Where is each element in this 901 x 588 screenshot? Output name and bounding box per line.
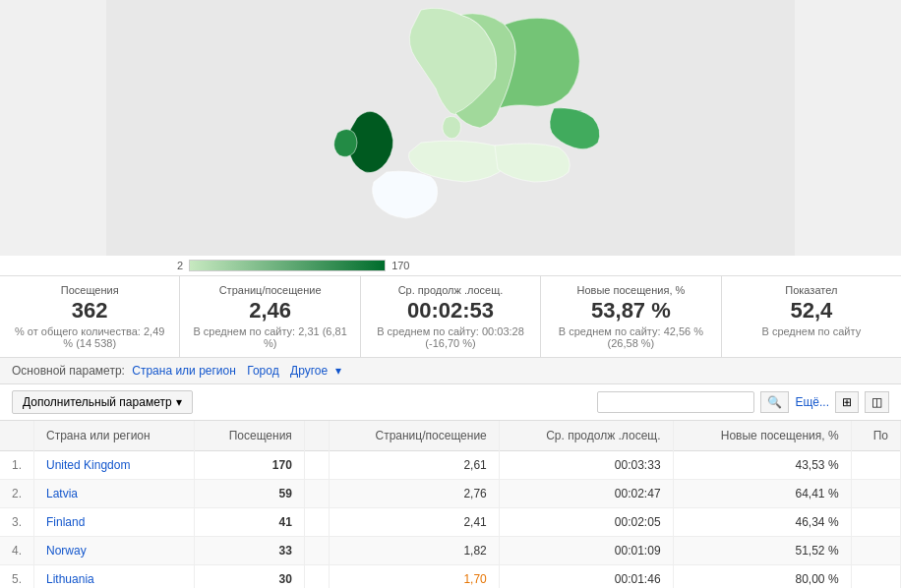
- row-visits: 170: [195, 451, 305, 480]
- row-new-visits: 43,53 %: [673, 451, 851, 480]
- tab-country[interactable]: Страна или регион: [132, 364, 236, 378]
- col-country: Страна или регион: [34, 421, 195, 451]
- stat-pages-label: Страниц/посещение: [192, 284, 347, 296]
- row-pages: 2,76: [329, 480, 499, 508]
- chevron-down-icon: ▾: [176, 395, 182, 409]
- row-po: [851, 537, 900, 565]
- other-view-button[interactable]: ◫: [865, 391, 889, 413]
- tabs-label: Основной параметр:: [12, 364, 125, 378]
- tab-city[interactable]: Город: [247, 364, 278, 378]
- row-num: 5.: [0, 565, 34, 589]
- stat-bounce-label: Показател: [734, 284, 889, 296]
- row-duration: 00:02:05: [499, 508, 673, 537]
- row-country: Finland: [34, 508, 195, 537]
- row-visits: 41: [195, 508, 305, 537]
- toolbar-right: 🔍 Ещё... ⊞ ◫: [597, 391, 889, 413]
- row-pages: 1,82: [329, 537, 499, 565]
- col-new-visits[interactable]: Новые посещения, %: [673, 421, 851, 451]
- col-num: [0, 421, 34, 451]
- stat-pages-value: 2,46: [192, 298, 347, 323]
- row-country: United Kingdom: [34, 451, 195, 480]
- country-link[interactable]: Norway: [46, 544, 87, 558]
- row-visits: 59: [195, 480, 305, 508]
- stat-pages: Страниц/посещение 2,46 В среднем по сайт…: [180, 276, 360, 357]
- row-num: 4.: [0, 537, 34, 565]
- stat-visits-sub: % от общего количества: 2,49 % (14 538): [12, 325, 167, 349]
- row-visits: 33: [195, 537, 305, 565]
- row-duration: 00:01:46: [499, 565, 673, 589]
- col-duration[interactable]: Ср. продолж .лосещ.: [499, 421, 673, 451]
- stat-pages-sub: В среднем по сайту: 2,31 (6,81 %): [192, 325, 347, 349]
- table-header-row: Страна или регион Посещения Страниц/посе…: [0, 421, 901, 451]
- scale-max: 170: [391, 260, 409, 271]
- dropdown-label: Дополнительный параметр: [23, 395, 172, 409]
- row-po: [851, 451, 900, 480]
- color-scale: 2 170: [0, 256, 901, 275]
- stat-bounce-sub: В среднем по сайту: [734, 325, 889, 337]
- map-container: [0, 0, 901, 256]
- country-link[interactable]: Latvia: [46, 487, 78, 500]
- more-link[interactable]: Ещё...: [795, 395, 829, 409]
- grid-view-button[interactable]: ⊞: [835, 391, 859, 413]
- stat-visits-value: 362: [12, 298, 167, 323]
- country-link[interactable]: Finland: [46, 515, 85, 529]
- row-new-visits: 46,34 %: [673, 508, 851, 537]
- stat-bounce: Показател 52,4 В среднем по сайту: [722, 276, 901, 357]
- row-num: 1.: [0, 451, 34, 480]
- tabs-row: Основной параметр: Страна или регион Гор…: [0, 358, 901, 384]
- search-button[interactable]: 🔍: [760, 391, 789, 413]
- stat-new-visits-label: Новые посещения, %: [553, 284, 708, 296]
- row-new-visits: 80,00 %: [673, 565, 851, 589]
- row-new-visits: 64,41 %: [673, 480, 851, 508]
- table-row: 4. Norway 33 1,82 00:01:09 51,52 %: [0, 537, 901, 565]
- col-pages[interactable]: Страниц/посещение: [329, 421, 499, 451]
- stat-duration-sub: В среднем по сайту: 00:03:28 (-16,70 %): [373, 325, 528, 349]
- col-po[interactable]: По: [851, 421, 900, 451]
- stat-visits: Посещения 362 % от общего количества: 2,…: [0, 276, 180, 357]
- stat-new-visits-value: 53,87 %: [553, 298, 708, 323]
- row-po: [851, 480, 900, 508]
- tab-other[interactable]: Другое ▾: [290, 364, 340, 378]
- stat-bounce-value: 52,4: [734, 298, 889, 323]
- table-row: 2. Latvia 59 2,76 00:02:47 64,41 %: [0, 480, 901, 508]
- toolbar-row: Дополнительный параметр ▾ 🔍 Ещё... ⊞ ◫: [0, 384, 901, 421]
- col-sort-arrow: [304, 421, 329, 451]
- table-row: 3. Finland 41 2,41 00:02:05 46,34 %: [0, 508, 901, 537]
- row-pages: 1,70: [329, 565, 499, 589]
- stat-visits-label: Посещения: [12, 284, 167, 296]
- row-duration: 00:02:47: [499, 480, 673, 508]
- stats-row: Посещения 362 % от общего количества: 2,…: [0, 275, 901, 358]
- row-num: 3.: [0, 508, 34, 537]
- stat-new-visits: Новые посещения, % 53,87 % В среднем по …: [541, 276, 721, 357]
- table-row: 5. Lithuania 30 1,70 00:01:46 80,00 %: [0, 565, 901, 589]
- row-duration: 00:01:09: [499, 537, 673, 565]
- scale-min: 2: [177, 260, 183, 271]
- stat-duration-value: 00:02:53: [373, 298, 528, 323]
- row-num: 2.: [0, 480, 34, 508]
- row-pages: 2,41: [329, 508, 499, 537]
- additional-param-dropdown[interactable]: Дополнительный параметр ▾: [12, 390, 193, 414]
- row-pages: 2,61: [329, 451, 499, 480]
- row-duration: 00:03:33: [499, 451, 673, 480]
- search-input[interactable]: [597, 391, 754, 413]
- scale-bar: [189, 260, 386, 271]
- stat-new-visits-sub: В среднем по сайту: 42,56 % (26,58 %): [553, 325, 708, 349]
- row-po: [851, 508, 900, 537]
- row-country: Lithuania: [34, 565, 195, 589]
- row-po: [851, 565, 900, 589]
- row-country: Norway: [34, 537, 195, 565]
- row-visits: 30: [195, 565, 305, 589]
- stat-duration-label: Ср. продолж .лосещ.: [373, 284, 528, 296]
- table-row: 1. United Kingdom 170 2,61 00:03:33 43,5…: [0, 451, 901, 480]
- stat-duration: Ср. продолж .лосещ. 00:02:53 В среднем п…: [361, 276, 541, 357]
- row-country: Latvia: [34, 480, 195, 508]
- map-svg: [0, 0, 901, 256]
- col-visits[interactable]: Посещения: [195, 421, 305, 451]
- country-link[interactable]: Lithuania: [46, 572, 94, 586]
- row-new-visits: 51,52 %: [673, 537, 851, 565]
- country-link[interactable]: United Kingdom: [46, 458, 130, 472]
- data-table: Страна или регион Посещения Страниц/посе…: [0, 421, 901, 588]
